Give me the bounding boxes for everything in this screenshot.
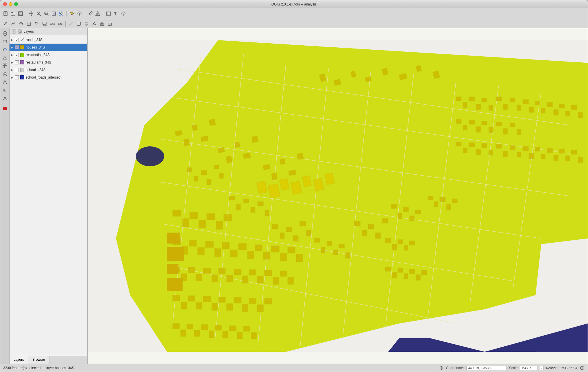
layer-visible-school-roads[interactable] xyxy=(15,75,19,79)
label-icon[interactable]: T xyxy=(112,10,119,17)
layer-item-houses[interactable]: ▶ houses_34S xyxy=(10,44,87,51)
svg-rect-119 xyxy=(251,207,255,213)
svg-rect-182 xyxy=(476,149,481,155)
svg-rect-241 xyxy=(196,302,202,309)
zoom-out-icon[interactable] xyxy=(43,10,50,17)
add-crs-icon[interactable] xyxy=(580,365,585,371)
svg-rect-149 xyxy=(456,97,461,101)
svg-rect-259 xyxy=(229,326,236,331)
svg-rect-98 xyxy=(263,164,270,170)
svg-rect-161 xyxy=(535,101,540,105)
svg-rect-261 xyxy=(243,326,250,332)
svg-rect-191 xyxy=(535,147,540,151)
layer-item-roads[interactable]: ▶ roads_34S xyxy=(10,36,87,44)
layer-item-school-roads[interactable]: ▶ school_roads_intersect xyxy=(10,74,87,81)
epsg-value[interactable]: EPSG:32734 xyxy=(559,366,577,370)
select-features-icon[interactable] xyxy=(69,10,75,17)
close-panel-icon[interactable]: × xyxy=(12,29,16,34)
expand-school-roads-icon[interactable]: ▶ xyxy=(11,76,13,79)
snapping-2-icon[interactable] xyxy=(91,20,98,27)
close-button[interactable] xyxy=(3,2,7,6)
svg-rect-208 xyxy=(189,240,196,246)
layer-item-schools[interactable]: ▶ schools_34S xyxy=(10,66,87,74)
abc-text-2-icon[interactable]: abc xyxy=(57,20,64,27)
expand-roads-icon[interactable]: ▶ xyxy=(11,39,13,41)
export-icon[interactable] xyxy=(106,20,113,27)
draw-point-icon[interactable] xyxy=(2,20,9,27)
draw-line-icon[interactable] xyxy=(10,20,17,27)
import-icon[interactable] xyxy=(99,20,106,27)
svg-rect-178 xyxy=(517,129,521,135)
svg-text:abc: abc xyxy=(50,23,55,25)
pan-icon[interactable] xyxy=(28,10,35,17)
toggle-edit-icon[interactable] xyxy=(87,10,94,17)
svg-rect-110 xyxy=(187,168,192,172)
digitize-icon[interactable] xyxy=(33,20,40,27)
sidebar-tool-7[interactable] xyxy=(1,79,8,85)
snapping-icon[interactable] xyxy=(83,20,90,27)
sidebar-tool-6[interactable] xyxy=(1,70,8,77)
zoom-extent-icon[interactable] xyxy=(50,10,57,17)
sidebar-tool-8[interactable]: 9. xyxy=(1,87,8,94)
tab-browser[interactable]: Browser xyxy=(28,356,49,364)
layer-visible-houses[interactable] xyxy=(15,45,19,49)
status-bar: 3230 feature(s) selected on layer houses… xyxy=(0,364,588,372)
abc-text-icon[interactable]: abc xyxy=(49,20,56,27)
svg-rect-170 xyxy=(463,125,467,130)
sidebar-tool-3[interactable] xyxy=(1,46,8,53)
expand-residential-icon[interactable]: ▶ xyxy=(11,54,13,56)
layer-visible-schools[interactable] xyxy=(15,68,19,72)
svg-rect-122 xyxy=(272,224,278,229)
layer-visible-roads[interactable] xyxy=(15,38,19,42)
measure-icon[interactable] xyxy=(67,20,74,27)
zoom-selection-icon[interactable] xyxy=(58,10,65,17)
sidebar-tool-red[interactable] xyxy=(1,105,8,112)
capture-line-icon[interactable] xyxy=(25,20,32,27)
zoom-in-icon[interactable] xyxy=(35,10,42,17)
layer-visible-residential[interactable] xyxy=(15,53,19,57)
layer-item-residential[interactable]: ▶ residential_34S xyxy=(10,51,87,59)
detach-panel-icon[interactable]: ⧉ xyxy=(18,29,22,34)
map-area[interactable] xyxy=(88,28,588,364)
help-icon[interactable]: ? xyxy=(120,10,127,17)
annotation-icon[interactable] xyxy=(41,20,48,27)
svg-rect-140 xyxy=(398,213,402,219)
expand-houses-icon[interactable]: ▶ xyxy=(11,46,13,49)
save-project-icon[interactable] xyxy=(17,10,24,17)
sidebar-tool-2[interactable] xyxy=(1,38,8,45)
svg-rect-248 xyxy=(249,298,256,304)
sidebar-tool-4[interactable] xyxy=(1,54,8,61)
svg-rect-115 xyxy=(219,173,223,178)
svg-rect-197 xyxy=(571,150,577,155)
svg-rect-244 xyxy=(219,297,225,303)
capture-point-icon[interactable] xyxy=(18,20,25,27)
new-project-icon[interactable] xyxy=(2,10,9,17)
sidebar-tool-1[interactable] xyxy=(1,30,8,37)
sidebar-tool-9[interactable] xyxy=(1,95,8,102)
svg-rect-118 xyxy=(243,199,249,203)
svg-rect-264 xyxy=(392,244,397,250)
render-checkbox[interactable]: ✓ xyxy=(540,366,544,370)
sidebar-tool-5[interactable] xyxy=(1,62,8,69)
expand-restaurants-icon[interactable]: ▶ xyxy=(11,61,13,64)
open-project-icon[interactable] xyxy=(10,10,16,17)
tab-layers[interactable]: Layers xyxy=(10,356,28,364)
identify-icon[interactable]: i xyxy=(76,10,83,17)
expand-schools-icon[interactable]: ▶ xyxy=(11,69,13,71)
svg-rect-164 xyxy=(554,109,558,115)
svg-rect-183 xyxy=(482,144,487,148)
minimize-button[interactable] xyxy=(9,2,12,6)
svg-rect-237 xyxy=(288,278,294,284)
scale-value[interactable]: 1:4337 xyxy=(520,366,537,370)
layer-name-houses: houses_34S xyxy=(26,45,45,49)
coordinate-value[interactable]: 449019,6235886 xyxy=(466,366,507,370)
svg-rect-234 xyxy=(265,270,272,276)
layer-item-restaurants[interactable]: ▶ restaurants_34S xyxy=(10,59,87,66)
svg-rect-209 xyxy=(198,248,205,255)
layer-visible-restaurants[interactable] xyxy=(15,60,19,64)
field-calculator-icon[interactable]: ∑ xyxy=(75,20,82,27)
open-table-icon[interactable] xyxy=(105,10,112,17)
maximize-button[interactable] xyxy=(14,2,18,6)
add-feature-icon[interactable] xyxy=(94,10,101,17)
svg-rect-192 xyxy=(541,154,545,159)
